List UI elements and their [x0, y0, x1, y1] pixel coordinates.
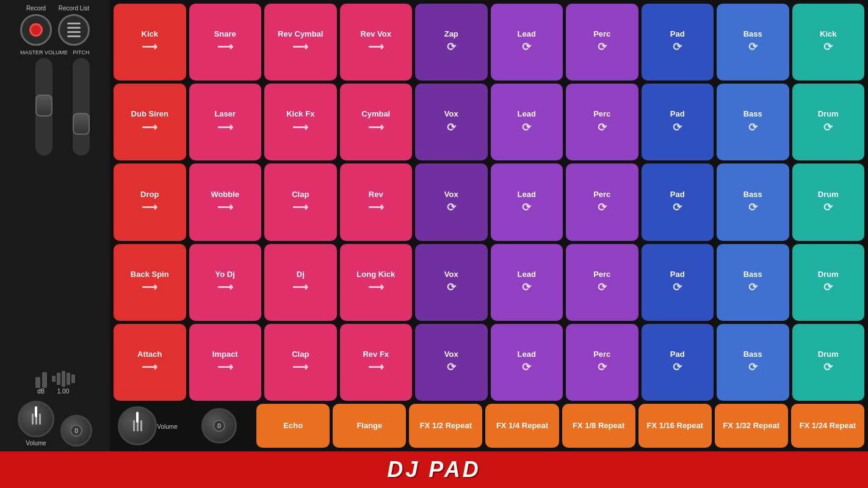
arrow-icon: ⟶	[368, 361, 384, 375]
pad-2-2[interactable]: Clap⟶	[264, 163, 337, 240]
loop-icon: ⟳	[748, 361, 758, 375]
pad-3-7[interactable]: Pad⟳	[642, 244, 714, 321]
pad-1-5[interactable]: Lead⟳	[491, 84, 563, 160]
pad-0-1[interactable]: Snare⟶	[189, 4, 262, 81]
fx-pad-label: Echo	[283, 422, 303, 430]
pad-label: Drum	[818, 190, 839, 199]
pad-1-9[interactable]: Drum⟳	[792, 84, 865, 160]
arrow-icon: ⟶	[142, 361, 157, 375]
fx-volume-knob[interactable]	[118, 406, 157, 445]
pad-1-3[interactable]: Cymbal⟶	[340, 84, 413, 160]
pad-3-1[interactable]: Yo Dj⟶	[189, 244, 262, 321]
bottom-bar: DJ PAD	[0, 451, 868, 488]
pad-4-0[interactable]: Attach⟶	[114, 324, 186, 401]
fx-pad-0[interactable]: Echo	[256, 404, 330, 448]
pad-2-3[interactable]: Rev⟶	[340, 163, 413, 240]
pad-2-0[interactable]: Drop⟶	[114, 163, 186, 240]
loop-icon: ⟳	[748, 41, 758, 54]
pitch-bars	[52, 370, 75, 388]
pad-1-6[interactable]: Perc⟳	[566, 84, 638, 160]
fx-pad-label: FX 1/2 Repeat	[420, 422, 472, 430]
volume-knob[interactable]	[18, 401, 54, 437]
pitch-knob[interactable]: 0	[60, 415, 92, 447]
pad-3-3[interactable]: Long Kick⟶	[340, 244, 413, 321]
loop-icon: ⟳	[598, 121, 607, 135]
pad-label: Lead	[518, 190, 536, 199]
pad-2-4[interactable]: Vox⟳	[415, 163, 488, 240]
pad-0-3[interactable]: Rev Vox⟶	[340, 4, 413, 81]
pitch-thumb[interactable]	[73, 113, 90, 135]
pad-2-6[interactable]: Perc⟳	[566, 163, 638, 240]
pad-1-0[interactable]: Dub Siren⟶	[114, 84, 186, 160]
pad-2-7[interactable]: Pad⟳	[642, 163, 714, 240]
pad-2-5[interactable]: Lead⟳	[491, 163, 563, 240]
pad-3-6[interactable]: Perc⟳	[566, 244, 638, 321]
pad-0-6[interactable]: Perc⟳	[566, 4, 638, 81]
pad-4-9[interactable]: Drum⟳	[792, 324, 865, 401]
volume-knob-group: Volume	[18, 401, 54, 447]
pad-3-5[interactable]: Lead⟳	[491, 244, 563, 321]
db-bar-1	[35, 377, 40, 388]
pad-label: Drop	[140, 190, 159, 199]
master-volume-thumb[interactable]	[35, 95, 52, 117]
master-volume-track[interactable]	[35, 58, 52, 156]
arrow-icon: ⟶	[292, 41, 308, 54]
pad-3-0[interactable]: Back Spin⟶	[114, 244, 186, 321]
fx-pad-4[interactable]: FX 1/8 Repeat	[562, 404, 635, 448]
fx-pad-6[interactable]: FX 1/32 Repeat	[715, 404, 788, 448]
fx-pitch-knob[interactable]: 0	[201, 408, 237, 443]
pad-label: Vox	[444, 350, 458, 359]
pad-label: Impact	[212, 350, 238, 359]
pad-1-8[interactable]: Bass⟳	[717, 84, 789, 160]
db-display: dB	[35, 370, 47, 395]
pad-0-2[interactable]: Rev Cymbal⟶	[264, 4, 337, 81]
pad-label: Kick Fx	[286, 110, 314, 118]
arrow-icon: ⟶	[292, 201, 308, 215]
pad-2-1[interactable]: Wobble⟶	[189, 163, 262, 240]
loop-icon: ⟳	[447, 121, 456, 135]
pad-4-4[interactable]: Vox⟳	[415, 324, 488, 401]
fx-pad-3[interactable]: FX 1/4 Repeat	[485, 404, 559, 448]
pad-3-8[interactable]: Bass⟳	[717, 244, 789, 321]
pad-4-5[interactable]: Lead⟳	[491, 324, 563, 401]
pad-2-9[interactable]: Drum⟳	[792, 163, 865, 240]
pad-2-8[interactable]: Bass⟳	[717, 163, 789, 240]
record-list-button[interactable]	[58, 14, 90, 46]
record-button[interactable]	[20, 14, 52, 46]
pitch-bar-3	[62, 371, 65, 387]
fx-pitch-value: 0	[213, 420, 225, 432]
pad-1-7[interactable]: Pad⟳	[642, 84, 714, 160]
pitch-slider-group: PITCH	[73, 49, 90, 156]
pad-4-3[interactable]: Rev Fx⟶	[340, 324, 413, 401]
left-panel: Record Record List MASTE	[0, 0, 110, 451]
pad-0-5[interactable]: Lead⟳	[491, 4, 563, 81]
pad-4-2[interactable]: Clap⟶	[264, 324, 337, 401]
pad-label: Perc	[593, 350, 610, 359]
fx-pad-5[interactable]: FX 1/16 Repeat	[638, 404, 712, 448]
pad-1-2[interactable]: Kick Fx⟶	[264, 84, 337, 160]
pad-label: Bass	[743, 110, 762, 118]
fx-pad-7[interactable]: FX 1/24 Repeat	[791, 404, 864, 448]
pad-label: Cymbal	[361, 110, 390, 118]
loop-icon: ⟳	[673, 361, 682, 375]
pad-1-1[interactable]: Laser⟶	[189, 84, 262, 160]
loop-icon: ⟳	[522, 121, 531, 135]
pad-1-4[interactable]: Vox⟳	[415, 84, 488, 160]
pad-label: Bass	[743, 350, 762, 359]
pad-label: Kick	[820, 30, 836, 38]
pad-3-9[interactable]: Drum⟳	[792, 244, 865, 321]
pad-0-8[interactable]: Bass⟳	[717, 4, 789, 81]
pad-0-9[interactable]: Kick⟳	[792, 4, 865, 81]
pad-4-8[interactable]: Bass⟳	[717, 324, 789, 401]
pitch-track[interactable]	[73, 58, 90, 156]
pad-4-7[interactable]: Pad⟳	[642, 324, 714, 401]
fx-pad-2[interactable]: FX 1/2 Repeat	[409, 404, 482, 448]
pad-0-7[interactable]: Pad⟳	[642, 4, 714, 81]
pad-0-4[interactable]: Zap⟳	[415, 4, 488, 81]
pad-3-2[interactable]: Dj⟶	[264, 244, 337, 321]
pad-3-4[interactable]: Vox⟳	[415, 244, 488, 321]
pad-4-1[interactable]: Impact⟶	[189, 324, 262, 401]
pad-0-0[interactable]: Kick⟶	[114, 4, 186, 81]
fx-pad-1[interactable]: Flange	[333, 404, 406, 448]
pad-4-6[interactable]: Perc⟳	[566, 324, 638, 401]
